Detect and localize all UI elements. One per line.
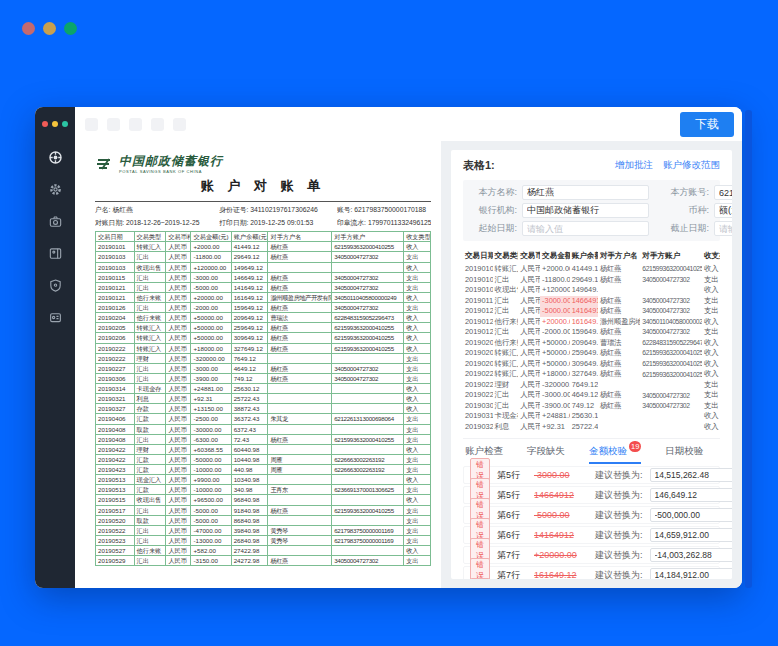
cell-balance: 7649.12 — [231, 353, 268, 363]
parsed-row[interactable]: 20190321 利息 人民币 +92.31 25722.43 收入 — [463, 422, 720, 433]
cell-inout: 支出 — [702, 380, 720, 391]
host-minimize-button[interactable] — [43, 22, 56, 35]
album-icon[interactable] — [47, 245, 64, 262]
cell-counterparty-account: 6215993632000410255 — [332, 343, 404, 353]
cell-inout: 收入 — [404, 313, 431, 323]
error-suggestion-input[interactable] — [650, 488, 732, 502]
host-zoom-button[interactable] — [64, 22, 77, 35]
cell-balance: 86840.98 — [231, 515, 268, 525]
form-field-input[interactable] — [522, 203, 649, 218]
parsed-row[interactable]: 20190205 转账汇入 人民币 +50000.00 259649.12 杨红… — [463, 348, 720, 359]
cell-counterparty-name: 杨红燕 — [598, 359, 640, 370]
cell-type: 理财 — [134, 353, 166, 363]
error-suggestion-input[interactable] — [650, 548, 732, 562]
cell-counterparty-name: 杨红燕 — [598, 275, 640, 286]
statement-row: 20190422 汇款 人民币 -50000.00 10440.98 周雁 62… — [96, 454, 431, 464]
parsed-row[interactable]: 20190126 汇出 人民币 -2000.00 159649.12 杨红燕 3… — [463, 327, 720, 338]
toolbar-button-1[interactable] — [85, 118, 98, 131]
cell-amount: -320000.00 — [191, 353, 231, 363]
cell-type: 他行来账 — [134, 546, 166, 556]
cell-type: 汇出 — [134, 363, 166, 373]
page-scrollbar[interactable] — [745, 110, 752, 588]
error-suggestion-input[interactable] — [650, 508, 732, 522]
cell-counterparty-name — [268, 444, 332, 454]
statement-row: 20190523 汇出 人民币 -13000.00 26840.98 黄秀琴 6… — [96, 535, 431, 545]
cell-counterparty-account — [332, 495, 404, 505]
cell-amount: +92.31 — [191, 394, 231, 404]
form-field-label: 币种: — [663, 204, 709, 217]
parsed-row[interactable]: 20190222 理财 人民币 -320000.00 7649.12 支出 — [463, 380, 720, 391]
cell-inout: 支出 — [404, 363, 431, 373]
form-field-input[interactable] — [714, 221, 732, 236]
column-header: 账户余额(元) — [570, 248, 598, 264]
cell-balance: 25722.43 — [570, 422, 598, 433]
shield-icon[interactable] — [47, 277, 64, 294]
form-field-input[interactable] — [714, 203, 732, 218]
cell-date: 20190408 — [96, 434, 135, 444]
parsed-row[interactable]: 20190204 他行来账 人民币 +50000.00 209649.12 曹瑞… — [463, 338, 720, 349]
card-icon[interactable] — [47, 309, 64, 326]
statement-row: 20190517 汇出 人民币 -5000.00 91840.98 杨红燕 62… — [96, 505, 431, 515]
parsed-row[interactable]: 20190101 转账汇入 人民币 +2000.00 41449.12 杨红燕 … — [463, 264, 720, 275]
error-suggestion-input[interactable] — [650, 528, 732, 542]
gear-icon[interactable] — [47, 181, 64, 198]
error-suggestion-input[interactable] — [650, 568, 732, 579]
form-field-input[interactable] — [714, 185, 732, 200]
close-button[interactable] — [42, 121, 48, 127]
cell-type: 转账汇入 — [493, 369, 519, 380]
column-header: 对手方账户 — [640, 248, 702, 264]
error-row-number: 第6行 — [497, 529, 527, 542]
error-suggestion-input[interactable] — [650, 468, 732, 482]
zoom-button[interactable] — [62, 121, 68, 127]
cell-balance: 4649.12 — [570, 390, 598, 401]
meta-value: 2019-12-25 09:01:53 — [250, 219, 313, 226]
parsed-row[interactable]: 20190103 汇出 人民币 -11800.00 29649.12 杨红燕 3… — [463, 275, 720, 286]
error-row-number: 第6行 — [497, 509, 527, 522]
parsed-row[interactable]: 20190306 汇出 人民币 -3900.00 749.12 杨红燕 3405… — [463, 401, 720, 412]
cell-balance: 25722.43 — [231, 394, 268, 404]
toolbar-button-5[interactable] — [173, 118, 186, 131]
host-close-button[interactable] — [22, 22, 35, 35]
parsed-row[interactable]: 20190121 汇出 人民币 -5000.00 14164912 杨红燕 34… — [463, 306, 720, 317]
cell-inout: 收入 — [404, 262, 431, 272]
account-edit-scope-link[interactable]: 账户修改范围 — [663, 159, 720, 172]
minimize-button[interactable] — [52, 121, 58, 127]
parsed-row[interactable]: 20190314 卡现金存 人民币 +24881.00 25630.12 收入 — [463, 411, 720, 422]
cell-balance: 7649.12 — [570, 380, 598, 391]
toolbar-button-2[interactable] — [107, 118, 120, 131]
parsed-row[interactable]: 20190103 收现出售 人民币 +120000.00 149649.12 收… — [463, 285, 720, 296]
document-preview: 中国邮政储蓄银行 POSTAL SAVINGS BANK OF CHINA 账 … — [75, 141, 441, 588]
camera-icon[interactable] — [47, 213, 64, 230]
cell-counterparty-name: 杨红燕 — [268, 373, 332, 383]
cell-counterparty-name: 杨红燕 — [598, 401, 640, 412]
helm-logo-icon[interactable] — [47, 149, 64, 166]
cell-counterparty-account: 6217983750000001169 — [332, 525, 404, 535]
cell-inout: 收入 — [404, 333, 431, 343]
statement-row: 20190126 汇出 人民币 -2000.00 159649.12 杨红燕 3… — [96, 303, 431, 313]
tab[interactable]: 字段缺失 — [527, 445, 565, 464]
parsed-row[interactable]: 20190115 汇出 人民币 -3000.00 14664912 杨红燕 34… — [463, 296, 720, 307]
parsed-row[interactable]: 20190222 转账汇入 人民币 +18000.00 327649.12 杨红… — [463, 369, 720, 380]
cell-currency: 人民币 — [518, 264, 540, 275]
tab[interactable]: 日期校验 — [665, 445, 703, 464]
cell-balance: 440.98 — [231, 465, 268, 475]
cell-currency: 人民币 — [166, 454, 191, 464]
column-header: 交易币种 — [166, 232, 191, 242]
parsed-row[interactable]: 20190227 汇出 人民币 -3000.00 4649.12 杨红燕 340… — [463, 390, 720, 401]
form-field-input[interactable] — [522, 185, 649, 200]
cell-amount: -2500.00 — [191, 414, 231, 424]
tab[interactable]: 账户检查 — [465, 445, 503, 464]
parsed-row[interactable]: 20190206 转账汇入 人民币 +50000.00 309649.12 杨红… — [463, 359, 720, 370]
toolbar-button-3[interactable] — [129, 118, 142, 131]
toolbar-button-4[interactable] — [151, 118, 164, 131]
cell-currency: 人民币 — [166, 475, 191, 485]
parsed-row[interactable]: 20190123 他行来账 人民币 +20000.00 161649.12 滁州… — [463, 317, 720, 328]
sidebar-nav — [47, 149, 64, 326]
cell-balance: 309649.12 — [570, 359, 598, 370]
add-annotation-link[interactable]: 增加批注 — [615, 159, 653, 172]
tab[interactable]: 金额校验19 — [589, 445, 641, 464]
error-row: 错误3 第6行 -5000.00 建议替换为: 替换 — [463, 506, 720, 524]
form-field-input[interactable] — [522, 221, 649, 236]
cell-date: 20190222 — [96, 343, 135, 353]
download-button[interactable]: 下载 — [680, 112, 734, 137]
